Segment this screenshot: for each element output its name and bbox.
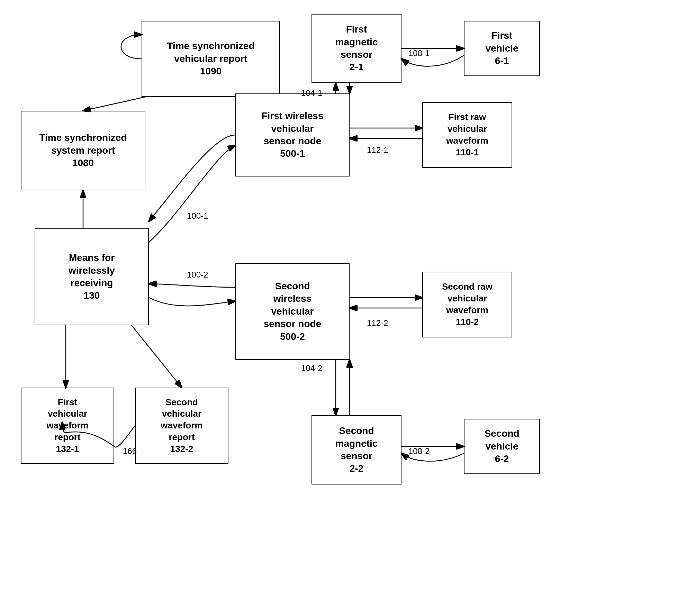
- first-vehicle-box: First vehicle 6-1: [464, 21, 540, 76]
- first-raw-waveform-box: First raw vehicular waveform 110-1: [422, 102, 512, 168]
- time-sync-vehicular-report-box: Time synchronized vehicular report 1090: [142, 21, 280, 97]
- label-112-2: 112-2: [367, 318, 388, 328]
- first-vehicular-waveform-report-box: First vehicular waveform report 132-1: [21, 388, 114, 464]
- vehicular-to-system-arrow: [83, 97, 145, 111]
- second-wireless-node-box: Second wireless vehicular sensor node 50…: [235, 263, 350, 360]
- first-vehicular-waveform-report-label: First vehicular waveform report 132-1: [46, 397, 88, 455]
- node2-to-means-arrow-100-2: [149, 284, 235, 287]
- first-magnetic-sensor-label: First magnetic sensor 2-1: [335, 23, 378, 74]
- second-vehicular-waveform-report-box: Second vehicular waveform report 132-2: [135, 388, 228, 464]
- first-magnetic-sensor-box: First magnetic sensor 2-1: [312, 14, 401, 83]
- first-raw-waveform-label: First raw vehicular waveform 110-1: [446, 111, 488, 158]
- means-to-node2-arrow: [149, 298, 235, 306]
- means-wirelessly-box: Means for wirelessly receiving 130: [35, 228, 149, 325]
- node1-to-means-arrow-100-1: [149, 135, 235, 221]
- second-wireless-node-label: Second wireless vehicular sensor node 50…: [264, 280, 321, 343]
- means-wirelessly-label: Means for wirelessly receiving 130: [69, 252, 115, 302]
- second-magnetic-sensor-label: Second magnetic sensor 2-2: [335, 425, 378, 475]
- first-vehicle-label: First vehicle 6-1: [486, 29, 518, 67]
- time-sync-system-report-box: Time synchronized system report 1080: [21, 111, 145, 190]
- second-vehicle-label: Second vehicle 6-2: [484, 427, 519, 465]
- second-magnetic-sensor-box: Second magnetic sensor 2-2: [312, 415, 401, 484]
- label-108-1: 108-1: [408, 48, 430, 58]
- label-104-2: 104-2: [301, 363, 322, 373]
- label-166: 166: [123, 446, 137, 456]
- second-vehicle-box: Second vehicle 6-2: [464, 419, 540, 474]
- first-wireless-node-box: First wireless vehicular sensor node 500…: [235, 93, 350, 176]
- label-100-2: 100-2: [187, 270, 208, 280]
- means-to-node1-arrow: [149, 145, 235, 242]
- time-sync-vehicular-report-label: Time synchronized vehicular report 1090: [167, 40, 254, 78]
- first-wireless-node-label: First wireless vehicular sensor node 500…: [262, 110, 324, 160]
- label-112-1: 112-1: [367, 145, 388, 155]
- time-sync-system-report-label: Time synchronized system report 1080: [39, 132, 127, 169]
- means-to-waveform2-arrow: [132, 325, 182, 388]
- label-108-2: 108-2: [408, 446, 430, 456]
- vehicular-report-self-arrow: [121, 35, 142, 59]
- label-104-1: 104-1: [301, 88, 322, 98]
- second-vehicular-waveform-report-label: Second vehicular waveform report 132-2: [161, 397, 202, 455]
- second-raw-waveform-label: Second raw vehicular waveform 110-2: [442, 281, 493, 328]
- label-100-1: 100-1: [187, 211, 208, 221]
- second-raw-waveform-box: Second raw vehicular waveform 110-2: [422, 272, 512, 337]
